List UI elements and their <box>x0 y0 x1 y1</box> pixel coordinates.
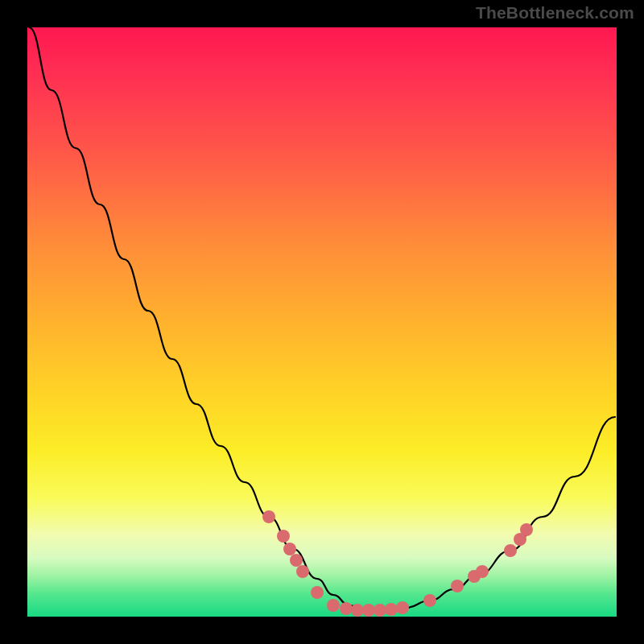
data-point <box>385 603 398 616</box>
curve-svg <box>27 27 617 617</box>
data-point <box>476 565 489 578</box>
bottleneck-curve <box>29 27 615 610</box>
data-point <box>423 594 436 607</box>
watermark: TheBottleneck.com <box>476 3 634 23</box>
data-point <box>327 599 340 612</box>
data-point <box>351 604 364 617</box>
data-point <box>277 530 290 543</box>
data-point <box>311 586 324 599</box>
highlighted-points <box>262 510 533 617</box>
data-point <box>520 523 533 536</box>
data-point <box>340 602 353 615</box>
data-point <box>451 580 464 592</box>
data-point <box>374 604 386 617</box>
plot-area <box>27 27 617 617</box>
data-point <box>290 554 303 567</box>
data-point <box>262 510 275 523</box>
data-point <box>283 543 296 555</box>
data-point <box>362 604 375 617</box>
chart-frame: TheBottleneck.com <box>0 0 644 644</box>
data-point <box>296 565 309 578</box>
data-point <box>504 544 517 557</box>
data-point <box>396 601 409 614</box>
